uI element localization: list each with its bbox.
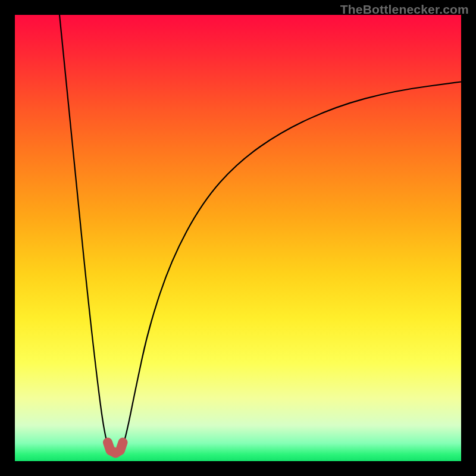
plot-area (15, 15, 461, 461)
chart-svg (15, 15, 461, 461)
dip-highlight (108, 443, 123, 453)
curve-right-arm (122, 82, 461, 450)
curve-left-arm (60, 15, 109, 450)
